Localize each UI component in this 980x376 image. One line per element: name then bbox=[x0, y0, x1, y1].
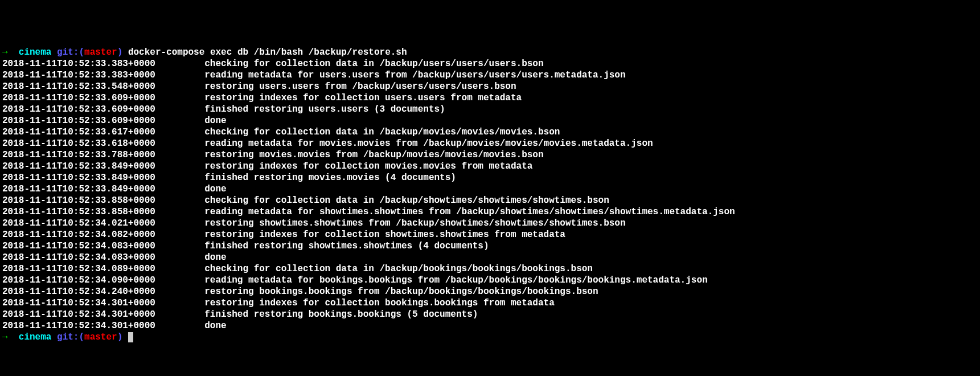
log-line: 2018-11-11T10:52:34.240+0000restoring bo… bbox=[2, 286, 978, 297]
log-output: 2018-11-11T10:52:33.383+0000checking for… bbox=[2, 58, 978, 332]
log-message: restoring movies.movies from /backup/mov… bbox=[204, 150, 543, 160]
log-message: reading metadata for bookings.bookings f… bbox=[204, 275, 707, 285]
log-line: 2018-11-11T10:52:33.849+0000restoring in… bbox=[2, 161, 978, 172]
log-message: reading metadata for users.users from /b… bbox=[204, 70, 625, 80]
log-line: 2018-11-11T10:52:33.788+0000restoring mo… bbox=[2, 149, 978, 161]
log-timestamp: 2018-11-11T10:52:34.089+0000 bbox=[2, 263, 204, 275]
log-timestamp: 2018-11-11T10:52:33.383+0000 bbox=[2, 58, 204, 70]
log-message: restoring indexes for collection movies.… bbox=[204, 161, 532, 171]
git-close: ) bbox=[117, 47, 123, 58]
log-timestamp: 2018-11-11T10:52:34.082+0000 bbox=[2, 229, 204, 240]
log-line: 2018-11-11T10:52:33.383+0000checking for… bbox=[2, 58, 978, 70]
log-timestamp: 2018-11-11T10:52:33.788+0000 bbox=[2, 149, 204, 161]
log-line: 2018-11-11T10:52:33.849+0000finished res… bbox=[2, 172, 978, 183]
log-line: 2018-11-11T10:52:34.090+0000reading meta… bbox=[2, 275, 978, 286]
log-message: restoring indexes for collection showtim… bbox=[204, 230, 565, 240]
prompt-line-2: → cinema git:(master) bbox=[2, 332, 978, 343]
log-timestamp: 2018-11-11T10:52:34.301+0000 bbox=[2, 320, 204, 332]
terminal-cursor-icon[interactable] bbox=[128, 332, 134, 342]
log-line: 2018-11-11T10:52:33.858+0000checking for… bbox=[2, 195, 978, 206]
log-message: reading metadata for movies.movies from … bbox=[204, 138, 653, 149]
prompt-arrow-icon: → bbox=[2, 332, 8, 342]
log-timestamp: 2018-11-11T10:52:33.617+0000 bbox=[2, 126, 204, 138]
log-line: 2018-11-11T10:52:34.089+0000checking for… bbox=[2, 263, 978, 275]
log-line: 2018-11-11T10:52:33.383+0000reading meta… bbox=[2, 70, 978, 81]
log-line: 2018-11-11T10:52:33.858+0000reading meta… bbox=[2, 206, 978, 218]
log-timestamp: 2018-11-11T10:52:34.301+0000 bbox=[2, 297, 204, 309]
log-timestamp: 2018-11-11T10:52:34.021+0000 bbox=[2, 218, 204, 229]
log-message: finished restoring bookings.bookings (5 … bbox=[204, 309, 478, 320]
log-line: 2018-11-11T10:52:34.021+0000restoring sh… bbox=[2, 218, 978, 229]
log-message: checking for collection data in /backup/… bbox=[204, 195, 609, 206]
command-text: docker-compose exec db /bin/bash /backup… bbox=[128, 47, 407, 58]
log-timestamp: 2018-11-11T10:52:33.858+0000 bbox=[2, 206, 204, 218]
log-message: restoring bookings.bookings from /backup… bbox=[204, 287, 598, 297]
log-timestamp: 2018-11-11T10:52:34.301+0000 bbox=[2, 309, 204, 320]
log-line: 2018-11-11T10:52:33.618+0000reading meta… bbox=[2, 138, 978, 149]
log-line: 2018-11-11T10:52:33.609+0000restoring in… bbox=[2, 92, 978, 104]
log-message: done bbox=[204, 116, 226, 126]
log-message: restoring showtimes.showtimes from /back… bbox=[204, 218, 625, 228]
prompt-line-1: → cinema git:(master) docker-compose exe… bbox=[2, 47, 978, 58]
log-timestamp: 2018-11-11T10:52:33.609+0000 bbox=[2, 104, 204, 115]
prompt-directory: cinema bbox=[19, 332, 52, 342]
log-timestamp: 2018-11-11T10:52:33.618+0000 bbox=[2, 138, 204, 149]
log-message: done bbox=[204, 321, 226, 331]
log-timestamp: 2018-11-11T10:52:33.548+0000 bbox=[2, 81, 204, 92]
log-line: 2018-11-11T10:52:33.609+0000done bbox=[2, 115, 978, 126]
log-timestamp: 2018-11-11T10:52:33.609+0000 bbox=[2, 115, 204, 126]
git-branch: master bbox=[84, 332, 117, 342]
log-message: restoring indexes for collection booking… bbox=[204, 298, 555, 308]
log-message: checking for collection data in /backup/… bbox=[204, 264, 593, 274]
log-timestamp: 2018-11-11T10:52:34.083+0000 bbox=[2, 252, 204, 263]
log-timestamp: 2018-11-11T10:52:34.083+0000 bbox=[2, 240, 204, 252]
log-line: 2018-11-11T10:52:34.301+0000restoring in… bbox=[2, 297, 978, 309]
log-timestamp: 2018-11-11T10:52:33.849+0000 bbox=[2, 172, 204, 183]
log-line: 2018-11-11T10:52:34.301+0000done bbox=[2, 320, 978, 332]
log-message: finished restoring users.users (3 docume… bbox=[204, 104, 445, 115]
log-timestamp: 2018-11-11T10:52:33.849+0000 bbox=[2, 161, 204, 172]
git-close: ) bbox=[117, 332, 123, 342]
log-line: 2018-11-11T10:52:33.609+0000finished res… bbox=[2, 104, 978, 115]
log-message: checking for collection data in /backup/… bbox=[204, 127, 560, 137]
log-message: reading metadata for showtimes.showtimes… bbox=[204, 207, 735, 217]
log-timestamp: 2018-11-11T10:52:33.609+0000 bbox=[2, 92, 204, 104]
log-message: done bbox=[204, 184, 226, 194]
log-line: 2018-11-11T10:52:33.849+0000done bbox=[2, 183, 978, 195]
git-label: git:( bbox=[57, 47, 84, 58]
prompt-arrow-icon: → bbox=[2, 47, 8, 58]
log-message: done bbox=[204, 252, 226, 263]
log-timestamp: 2018-11-11T10:52:34.090+0000 bbox=[2, 275, 204, 286]
log-timestamp: 2018-11-11T10:52:33.858+0000 bbox=[2, 195, 204, 206]
log-line: 2018-11-11T10:52:34.082+0000restoring in… bbox=[2, 229, 978, 240]
log-message: finished restoring showtimes.showtimes (… bbox=[204, 241, 489, 251]
git-branch: master bbox=[84, 47, 117, 58]
log-timestamp: 2018-11-11T10:52:34.240+0000 bbox=[2, 286, 204, 297]
log-timestamp: 2018-11-11T10:52:33.849+0000 bbox=[2, 183, 204, 195]
log-line: 2018-11-11T10:52:34.301+0000finished res… bbox=[2, 309, 978, 320]
log-line: 2018-11-11T10:52:34.083+0000done bbox=[2, 252, 978, 263]
log-message: checking for collection data in /backup/… bbox=[204, 59, 543, 69]
terminal-output[interactable]: → cinema git:(master) docker-compose exe… bbox=[2, 47, 978, 343]
log-message: restoring indexes for collection users.u… bbox=[204, 93, 522, 103]
log-line: 2018-11-11T10:52:33.548+0000restoring us… bbox=[2, 81, 978, 92]
log-message: restoring users.users from /backup/users… bbox=[204, 81, 516, 92]
log-line: 2018-11-11T10:52:34.083+0000finished res… bbox=[2, 240, 978, 252]
git-label: git:( bbox=[57, 332, 84, 342]
log-message: finished restoring movies.movies (4 docu… bbox=[204, 173, 456, 183]
prompt-directory: cinema bbox=[19, 47, 52, 58]
log-timestamp: 2018-11-11T10:52:33.383+0000 bbox=[2, 70, 204, 81]
log-line: 2018-11-11T10:52:33.617+0000checking for… bbox=[2, 126, 978, 138]
